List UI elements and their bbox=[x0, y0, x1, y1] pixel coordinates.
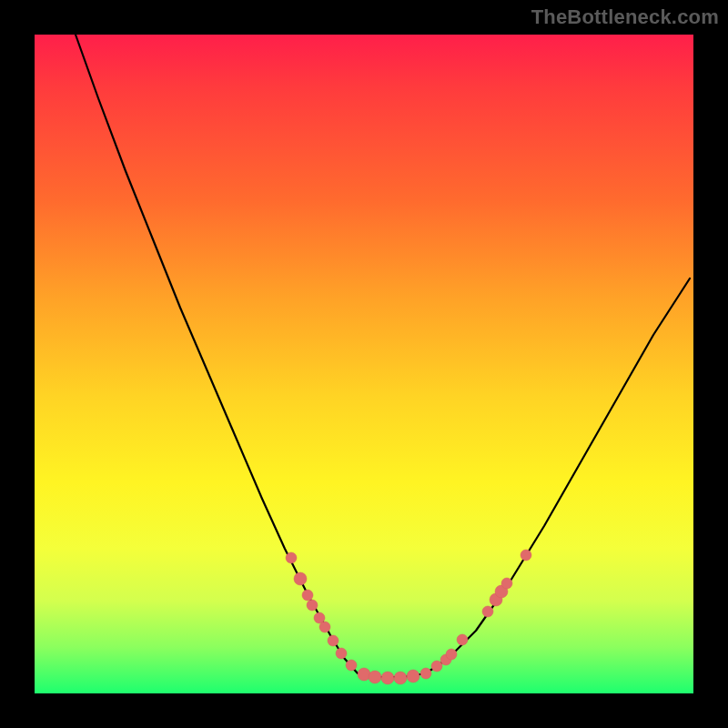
data-marker bbox=[346, 660, 357, 671]
data-marker bbox=[369, 671, 381, 683]
chart-stage: TheBottleneck.com bbox=[0, 0, 728, 728]
data-marker bbox=[501, 578, 512, 589]
data-marker bbox=[457, 634, 468, 645]
data-marker bbox=[407, 670, 420, 682]
curve-svg bbox=[35, 35, 693, 693]
plot-area bbox=[35, 35, 693, 693]
bottleneck-curve bbox=[76, 35, 690, 677]
data-marker bbox=[482, 606, 493, 617]
data-marker bbox=[319, 622, 330, 632]
markers-group bbox=[286, 550, 531, 684]
data-marker bbox=[381, 672, 394, 684]
data-marker bbox=[394, 672, 407, 684]
data-marker bbox=[294, 572, 307, 585]
attribution-text: TheBottleneck.com bbox=[531, 5, 719, 29]
data-marker bbox=[328, 635, 339, 646]
data-marker bbox=[431, 661, 442, 672]
data-marker bbox=[336, 648, 347, 659]
data-marker bbox=[302, 590, 313, 601]
data-marker bbox=[521, 550, 531, 561]
data-marker bbox=[358, 668, 370, 681]
data-marker bbox=[446, 649, 457, 660]
data-marker bbox=[420, 668, 431, 679]
data-marker bbox=[307, 600, 318, 611]
data-marker bbox=[286, 552, 297, 563]
